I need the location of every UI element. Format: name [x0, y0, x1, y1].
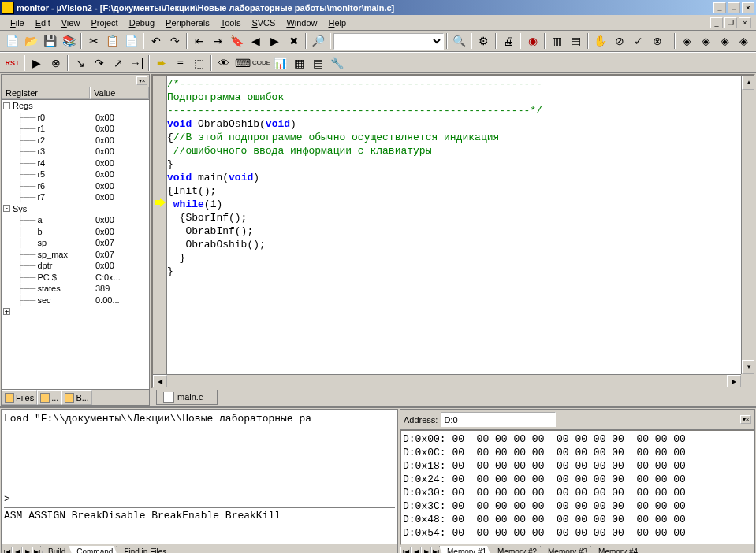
mdi-restore-button[interactable]: ❐	[724, 17, 737, 28]
project-tab[interactable]: ...	[37, 390, 61, 405]
print-icon[interactable]: 🖨	[499, 32, 517, 50]
mem-tab-nav-prev-icon[interactable]: ◀	[411, 547, 421, 553]
code-editor[interactable]: /*--------------------------------------…	[151, 74, 755, 388]
menu-edit[interactable]: Edit	[30, 17, 56, 29]
open-file-icon[interactable]: 📂	[22, 32, 40, 50]
run-icon[interactable]: ▶	[28, 54, 46, 72]
register-row[interactable]: +	[2, 306, 149, 317]
register-row[interactable]: ├──sp_max0x07	[2, 249, 149, 261]
menu-svcs[interactable]: SVCS	[246, 17, 281, 29]
menu-peripherals[interactable]: Peripherals	[160, 17, 215, 29]
horizontal-scrollbar[interactable]	[153, 374, 741, 387]
save-icon[interactable]: 💾	[41, 32, 59, 50]
tab-nav-first-icon[interactable]: |◀	[2, 547, 12, 553]
paste-icon[interactable]: 📄	[122, 32, 140, 50]
minimize-button[interactable]: _	[713, 2, 726, 13]
code-content[interactable]: /*--------------------------------------…	[167, 77, 542, 278]
stop-icon[interactable]: ⊗	[47, 54, 65, 72]
header-value[interactable]: Value	[90, 87, 149, 99]
register-row[interactable]: ├──r10x00	[2, 123, 149, 135]
kill-breakpoints-icon[interactable]: ⊘	[610, 32, 628, 50]
save-all-icon[interactable]: 📚	[60, 32, 78, 50]
mdi-minimize-button[interactable]: _	[710, 17, 723, 28]
project-window-icon[interactable]: ▥	[548, 32, 566, 50]
step-over-icon[interactable]: ↷	[90, 54, 108, 72]
bookmark-next-icon[interactable]: ▶	[266, 32, 284, 50]
register-row[interactable]: ├──b0x00	[2, 226, 149, 238]
disasm-icon[interactable]: ≡	[171, 54, 189, 72]
memory-tab[interactable]: Memory #3	[540, 546, 593, 553]
memory-icon[interactable]: ▦	[290, 54, 308, 72]
redo-icon[interactable]: ↷	[166, 32, 184, 50]
close-button[interactable]: ×	[742, 2, 754, 13]
register-row[interactable]: ├──sp0x07	[2, 237, 149, 249]
new-file-icon[interactable]: 📄	[3, 32, 21, 50]
register-row[interactable]: ├──r20x00	[2, 135, 149, 147]
output-tab[interactable]: Find in Files	[116, 546, 172, 553]
serial-icon[interactable]: ⌨	[233, 54, 251, 72]
tab-nav-next-icon[interactable]: ▶	[22, 547, 32, 553]
tab-nav-prev-icon[interactable]: ◀	[12, 547, 22, 553]
register-row[interactable]: - Sys	[2, 203, 149, 215]
debug-settings-icon[interactable]: ⚙	[475, 32, 493, 50]
memory-tab[interactable]: Memory #1	[439, 546, 492, 553]
memory-close-icon[interactable]: ▾×	[740, 415, 751, 424]
step-into-icon[interactable]: ↘	[71, 54, 89, 72]
menu-help[interactable]: Help	[323, 17, 352, 29]
memory-tab[interactable]: Memory #2	[490, 546, 542, 553]
memory-tab[interactable]: Memory #4	[590, 546, 643, 553]
mem-tab-nav-first-icon[interactable]: |◀	[400, 547, 411, 553]
register-tree[interactable]: - Regs├──r00x00├──r10x00├──r20x00├──r30x…	[2, 100, 149, 389]
symbols-icon[interactable]: ▤	[309, 54, 327, 72]
find-combo[interactable]	[333, 33, 444, 50]
tool-icon-2[interactable]: ◈	[697, 32, 715, 50]
bookmark-clear-icon[interactable]: ✖	[285, 32, 303, 50]
register-row[interactable]: ├──dptr0x00	[2, 260, 149, 272]
output-prompt[interactable]: >	[4, 492, 395, 506]
menu-view[interactable]: View	[56, 17, 86, 29]
code-icon[interactable]: CODE	[252, 54, 270, 72]
find-in-files-icon[interactable]: 🔎	[309, 32, 327, 50]
file-tab-main-c[interactable]: main.c	[156, 390, 218, 405]
run-to-cursor-icon[interactable]: →|	[128, 54, 146, 72]
enable-breakpoints-icon[interactable]: ✓	[629, 32, 647, 50]
register-row[interactable]: ├──states389	[2, 283, 149, 295]
register-row[interactable]: ├──r60x00	[2, 180, 149, 192]
header-register[interactable]: Register	[2, 87, 90, 99]
memory-dump[interactable]: D:0x00: 00 00 00 00 00 00 00 00 00 00 00…	[400, 430, 754, 545]
menu-tools[interactable]: Tools	[215, 17, 247, 29]
tool-icon-4[interactable]: ◈	[735, 32, 753, 50]
command-output[interactable]: Load "F:\\документы\\Лекции\\Новые лабор…	[2, 410, 397, 545]
bookmark-icon[interactable]: 🔖	[228, 32, 246, 50]
maximize-button[interactable]: □	[728, 2, 740, 13]
breakpoint-icon[interactable]: ✋	[591, 32, 609, 50]
register-row[interactable]: - Regs	[2, 100, 149, 112]
vertical-scrollbar[interactable]	[741, 76, 754, 374]
register-row[interactable]: ├──r70x00	[2, 191, 149, 203]
cut-icon[interactable]: ✂	[84, 32, 102, 50]
coverage-icon[interactable]: 📊	[271, 54, 289, 72]
menu-debug[interactable]: Debug	[124, 17, 160, 29]
menu-file[interactable]: File	[5, 17, 30, 29]
debug-icon[interactable]: ◉	[523, 32, 542, 50]
register-row[interactable]: ├──r00x00	[2, 112, 149, 124]
reset-icon[interactable]: RST	[3, 54, 21, 72]
bookmark-prev-icon[interactable]: ◀	[247, 32, 265, 50]
register-row[interactable]: ├──PC $C:0x...	[2, 272, 149, 284]
undo-icon[interactable]: ↶	[147, 32, 165, 50]
show-next-icon[interactable]: ➨	[152, 54, 170, 72]
trace-icon[interactable]: ⬚	[190, 54, 208, 72]
tool-icon-3[interactable]: ◈	[716, 32, 734, 50]
watch-icon[interactable]: 👁	[214, 54, 233, 72]
output-tab[interactable]: Build	[40, 546, 71, 553]
step-out-icon[interactable]: ↗	[109, 54, 127, 72]
menu-window[interactable]: Window	[281, 17, 322, 29]
register-row[interactable]: ├──r30x00	[2, 146, 149, 158]
register-row[interactable]: ├──r50x00	[2, 169, 149, 180]
register-row[interactable]: ├──a0x00	[2, 214, 149, 226]
output-window-icon[interactable]: ▤	[567, 32, 585, 50]
disable-breakpoints-icon[interactable]: ⊗	[648, 32, 666, 50]
mem-tab-nav-next-icon[interactable]: ▶	[421, 547, 431, 553]
indent-left-icon[interactable]: ⇤	[190, 32, 208, 50]
output-tab[interactable]: Command	[69, 546, 118, 553]
